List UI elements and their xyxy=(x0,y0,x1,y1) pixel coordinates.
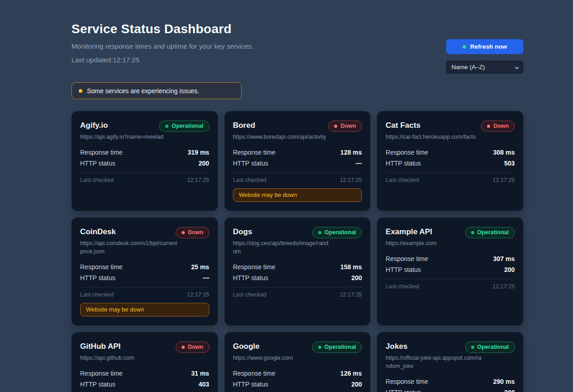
response-time-value: 126 ms xyxy=(340,368,362,379)
refresh-button[interactable]: Refresh now xyxy=(446,39,523,54)
services-grid: Agify.io Operational https://api.agify.i… xyxy=(71,111,523,392)
status-label: Operational xyxy=(325,229,356,236)
status-label: Operational xyxy=(477,229,509,236)
service-name: GitHub API xyxy=(80,341,121,352)
last-updated: Last updated:12:17:25 xyxy=(71,56,254,64)
service-url: https://api.coindesk.com/v1/bpi/currentp… xyxy=(80,239,178,256)
response-time-value: 307 ms xyxy=(493,253,515,264)
service-card-header: Dogs Operational xyxy=(233,226,362,238)
service-name: CoinDesk xyxy=(80,226,116,237)
response-time-row: Response time 158 ms xyxy=(233,261,362,272)
service-card-header: Example API Operational xyxy=(385,226,515,238)
service-metrics: Response time 308 ms HTTP status 503 xyxy=(385,147,515,169)
last-checked-row: Last checked 12:17:25 xyxy=(80,287,209,298)
response-time-row: Response time 307 ms xyxy=(385,253,515,264)
service-card: Dogs Operational https://dog.ceo/api/bre… xyxy=(224,217,371,326)
status-dot-icon xyxy=(182,346,185,349)
http-status-row: HTTP status 200 xyxy=(233,379,362,390)
response-time-row: Response time 25 ms xyxy=(80,261,209,272)
http-status-label: HTTP status xyxy=(80,272,116,283)
http-status-row: HTTP status 200 xyxy=(80,158,209,169)
status-label: Operational xyxy=(477,344,509,351)
status-badge: Operational xyxy=(312,342,362,353)
http-status-row: HTTP status 200 xyxy=(385,264,515,275)
service-url: https://dog.ceo/api/breeds/image/random xyxy=(233,239,331,256)
service-name: Bored xyxy=(233,120,255,131)
service-url: https://www.google.com xyxy=(233,354,331,362)
alert-message: Some services are experiencing issues. xyxy=(87,87,199,95)
last-checked-label: Last checked xyxy=(385,283,419,290)
service-card-header: Agify.io Operational xyxy=(80,120,209,132)
http-status-row: HTTP status — xyxy=(233,158,362,169)
service-card: CoinDesk Down https://api.coindesk.com/v… xyxy=(71,217,218,326)
response-time-row: Response time 308 ms xyxy=(385,147,515,158)
status-badge: Down xyxy=(176,227,209,238)
http-status-value: 200 xyxy=(504,387,515,392)
service-card-header: Cat Facts Down xyxy=(385,120,515,132)
status-badge: Down xyxy=(481,121,515,132)
response-time-label: Response time xyxy=(80,147,122,158)
refresh-status-dot-icon xyxy=(462,45,466,49)
last-checked-row: Last checked 12:17:25 xyxy=(385,279,515,290)
http-status-label: HTTP status xyxy=(233,379,269,390)
last-updated-time: 12:17:25 xyxy=(113,56,139,64)
last-checked-value: 12:17:25 xyxy=(492,176,515,184)
response-time-value: 308 ms xyxy=(493,147,515,158)
alert-banner: Some services are experiencing issues. xyxy=(71,82,242,99)
page-subtitle: Monitoring response times and uptime for… xyxy=(71,42,254,50)
response-time-value: 158 ms xyxy=(340,261,362,272)
service-url: https://www.boredapi.com/api/activity xyxy=(233,133,331,141)
status-dot-icon xyxy=(165,125,168,128)
service-card: Agify.io Operational https://api.agify.i… xyxy=(71,111,218,211)
last-checked-value: 12:17:25 xyxy=(492,283,515,290)
dashboard: Service Status Dashboard Monitoring resp… xyxy=(0,0,573,392)
http-status-row: HTTP status 403 xyxy=(80,379,209,390)
status-label: Down xyxy=(188,229,203,236)
service-metrics: Response time 319 ms HTTP status 200 xyxy=(80,147,209,169)
http-status-row: HTTP status 200 xyxy=(385,387,515,392)
service-card-header: Jokes Operational xyxy=(385,341,515,353)
service-name: Dogs xyxy=(233,226,253,237)
http-status-row: HTTP status 503 xyxy=(385,158,515,169)
service-url: https://api.github.com xyxy=(80,354,178,362)
response-time-row: Response time 290 ms xyxy=(385,376,515,387)
status-dot-icon xyxy=(334,125,337,128)
status-badge: Operational xyxy=(465,342,515,353)
last-checked-label: Last checked xyxy=(80,176,114,184)
status-dot-icon xyxy=(471,231,474,234)
response-time-label: Response time xyxy=(80,261,122,272)
service-metrics: Response time 290 ms HTTP status 200 xyxy=(385,376,515,392)
last-checked-label: Last checked xyxy=(233,176,267,184)
response-time-value: 128 ms xyxy=(340,147,362,158)
service-metrics: Response time 128 ms HTTP status — xyxy=(233,147,362,169)
last-checked-value: 12:17:25 xyxy=(340,176,362,184)
status-label: Down xyxy=(493,123,509,130)
last-checked-label: Last checked xyxy=(80,291,114,298)
last-checked-label: Last checked xyxy=(233,291,267,298)
http-status-value: 200 xyxy=(351,379,362,390)
service-metrics: Response time 31 ms HTTP status 403 xyxy=(80,368,209,390)
status-dot-icon xyxy=(182,231,185,234)
http-status-value: 200 xyxy=(351,272,362,283)
service-card: Example API Operational https://example.… xyxy=(377,217,523,326)
http-status-value: 200 xyxy=(198,158,209,169)
service-name: Agify.io xyxy=(80,120,108,131)
service-card-header: CoinDesk Down xyxy=(80,226,209,238)
service-card-header: GitHub API Down xyxy=(80,341,209,353)
sort-select[interactable]: Name (A–Z) xyxy=(446,60,523,74)
http-status-label: HTTP status xyxy=(80,158,116,169)
http-status-label: HTTP status xyxy=(233,272,269,283)
service-card: Bored Down https://www.boredapi.com/api/… xyxy=(224,111,371,211)
service-card: Cat Facts Down https://cat-fact.herokuap… xyxy=(377,111,523,211)
response-time-label: Response time xyxy=(233,261,275,272)
response-time-value: 290 ms xyxy=(493,376,515,387)
status-dot-icon xyxy=(471,346,474,349)
service-name: Google xyxy=(233,341,260,352)
response-time-row: Response time 126 ms xyxy=(233,368,362,379)
service-url: https://cat-fact.herokuapp.com/facts xyxy=(385,133,483,141)
status-badge: Operational xyxy=(465,227,515,238)
status-badge: Down xyxy=(328,121,362,132)
status-badge: Operational xyxy=(159,121,209,132)
last-checked-row: Last checked 12:17:25 xyxy=(80,173,209,184)
last-checked-value: 12:17:25 xyxy=(187,291,209,298)
